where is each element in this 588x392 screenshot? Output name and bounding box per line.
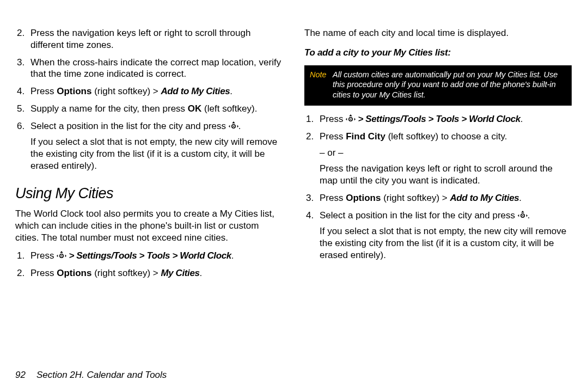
step-text: .: [528, 210, 530, 220]
svg-marker-8: [57, 255, 58, 258]
list-item: Press > Settings/Tools > Tools > World C…: [27, 250, 283, 262]
step-text: Press: [30, 268, 57, 278]
step-text: Press: [320, 114, 346, 124]
step-text: Press: [30, 250, 57, 261]
page-number: 92: [15, 370, 36, 380]
step-text: .: [238, 121, 241, 131]
bold-label: Find City: [346, 131, 385, 142]
step-text: (right softkey) >: [381, 193, 450, 203]
svg-point-6: [61, 255, 62, 256]
step-text: (right softkey) >: [91, 86, 161, 96]
bold-label: OK: [188, 103, 202, 114]
step-text: .: [520, 114, 523, 124]
bolditalic-label: My Cities: [161, 268, 199, 278]
step-text: Press: [320, 131, 346, 142]
step-text: (left softkey).: [201, 103, 257, 114]
section-label: Section 2H. Calendar and Tools: [36, 370, 167, 380]
step-text: Select a position in the list for the ci…: [320, 210, 518, 220]
bold-label: Options: [57, 86, 91, 96]
step-text: .: [200, 268, 203, 278]
bold-label: Options: [57, 268, 91, 278]
note-text: All custom cities are automatically put …: [333, 70, 566, 101]
nav-key-icon: [346, 114, 356, 124]
svg-marker-9: [65, 255, 66, 258]
list-item: Press Options (right softkey) > Add to M…: [27, 85, 283, 97]
svg-point-11: [350, 119, 351, 120]
subheading-italic: To add a city to your My Cities list:: [304, 47, 572, 59]
list-item: Press > Settings/Tools > Tools > World C…: [316, 113, 572, 125]
step-text: .: [230, 86, 232, 96]
svg-point-1: [233, 126, 234, 127]
body-paragraph: The name of each city and local time is …: [304, 27, 572, 39]
list-b: Press > Settings/Tools > Tools > World C…: [15, 250, 283, 279]
step-text: Press the navigation keys left or right …: [30, 28, 250, 50]
svg-marker-18: [518, 214, 519, 217]
step-text: (right softkey) >: [91, 268, 161, 278]
nav-key-icon: [229, 121, 238, 131]
nav-key-icon: [57, 251, 66, 260]
step-text: When the cross-hairs indicate the correc…: [30, 57, 281, 79]
svg-marker-3: [229, 125, 230, 127]
body-paragraph: The World Clock tool also permits you to…: [15, 208, 283, 243]
section-heading: Using My Cities: [15, 184, 283, 203]
page-content: Press the navigation keys left or right …: [0, 0, 588, 348]
list-item: Select a position in the list for the ci…: [316, 210, 572, 261]
step-text: .: [231, 250, 234, 261]
bolditalic-label: Add to My Cities: [161, 86, 230, 96]
list-a: Press the navigation keys left or right …: [15, 27, 283, 172]
svg-marker-4: [237, 125, 238, 127]
svg-marker-19: [526, 214, 527, 217]
svg-marker-17: [521, 211, 524, 213]
or-line: – or –: [320, 147, 572, 159]
bolditalic-label: Add to My Cities: [450, 193, 519, 203]
list-item: Press Find City (left softkey) to choose…: [316, 131, 572, 187]
svg-marker-12: [349, 114, 352, 117]
note-label: Note: [310, 70, 333, 101]
list-item: Press Options (right softkey) > My Citie…: [27, 267, 283, 279]
bolditalic-label: > Settings/Tools > Tools > World Clock: [66, 250, 231, 261]
list-item: Supply a name for the city, then press O…: [27, 103, 283, 115]
svg-marker-2: [232, 121, 235, 124]
step-text: Press: [320, 193, 346, 203]
bold-label: Options: [346, 193, 381, 203]
svg-marker-7: [60, 251, 63, 253]
list-item: Press the navigation keys left or right …: [27, 27, 283, 51]
list-item: Press Options (right softkey) > Add to M…: [316, 192, 572, 204]
nav-key-icon: [518, 211, 528, 220]
list-c: Press > Settings/Tools > Tools > World C…: [304, 113, 572, 261]
step-text: (left softkey) to choose a city.: [385, 131, 507, 142]
svg-point-16: [522, 215, 523, 216]
svg-marker-14: [354, 118, 356, 121]
list-item: When the cross-hairs indicate the correc…: [27, 57, 283, 81]
svg-marker-13: [346, 118, 347, 121]
step-text: Supply a name for the city, then press: [30, 103, 188, 114]
alt-line: Press the navigation keys left or right …: [320, 163, 572, 187]
note-box: Note All custom cities are automatically…: [304, 65, 572, 106]
step-text: Select a position in the list for the ci…: [30, 121, 229, 131]
page-footer: 92Section 2H. Calendar and Tools: [0, 369, 167, 381]
step-text: Press: [30, 86, 57, 96]
bolditalic-label: > Settings/Tools > Tools > World Clock: [356, 114, 520, 124]
step-subtext: If you select a slot that is not empty, …: [320, 225, 572, 261]
step-subtext: If you select a slot that is not empty, …: [30, 136, 283, 171]
list-item: Select a position in the list for the ci…: [27, 120, 283, 172]
step-text: .: [519, 193, 522, 203]
